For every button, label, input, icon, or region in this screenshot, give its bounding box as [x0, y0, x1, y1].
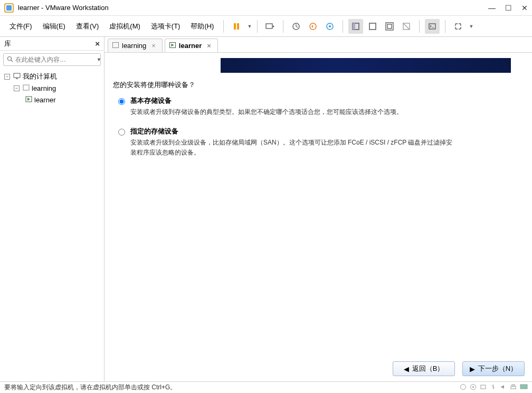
maximize-button[interactable]: ☐	[505, 4, 512, 12]
vm-off-icon	[23, 84, 30, 92]
sidebar-close-button[interactable]: ×	[95, 39, 100, 48]
svg-rect-3	[237, 23, 239, 30]
minimize-button[interactable]: —	[488, 4, 496, 12]
menu-file[interactable]: 文件(F)	[5, 20, 36, 33]
titlebar: learner - VMware Workstation — ☐ ✕	[0, 0, 532, 16]
search-box[interactable]: ▼	[3, 53, 101, 66]
arrow-left-icon: ◀	[404, 365, 409, 373]
vm-area: learning × learner × 您的安装将使用哪种设备？ 基本存储设备	[104, 37, 532, 381]
svg-point-8	[329, 25, 331, 27]
snapshot-manager-button[interactable]	[322, 19, 337, 34]
button-label: 下一步（N）	[478, 364, 517, 373]
radio-description: 安装或者升级到企业级设备，比如存储局域网（SAN）。这个选项可让您添加 FCoE…	[130, 138, 458, 158]
svg-rect-4	[266, 24, 272, 28]
separator	[419, 20, 420, 33]
svg-rect-1	[6, 5, 12, 11]
menu-edit[interactable]: 编辑(E)	[39, 20, 70, 33]
search-icon	[7, 56, 13, 64]
search-input[interactable]	[15, 56, 94, 63]
installer-question: 您的安装将使用哪种设备？	[113, 80, 511, 90]
tree-item-learner[interactable]: learner	[2, 94, 102, 106]
snapshot-take-button[interactable]	[289, 19, 303, 34]
svg-rect-13	[387, 24, 392, 28]
separator	[283, 20, 283, 33]
display-icon[interactable]	[520, 384, 528, 392]
radio-specialized-storage[interactable]: 指定的存储设备 安装或者升级到企业级设备，比如存储局域网（SAN）。这个选项可让…	[118, 127, 511, 158]
svg-point-25	[461, 384, 466, 389]
svg-rect-16	[429, 24, 435, 29]
network-icon[interactable]	[480, 384, 487, 392]
cd-icon[interactable]	[470, 384, 477, 392]
tree-label: learner	[34, 96, 55, 104]
radio-basic-storage[interactable]: 基本存储设备 安装或者升级到存储设备的典型类型。如果您不确定哪个选项适合您，您可…	[118, 96, 511, 117]
tree-root-my-computer[interactable]: − 我的计算机	[2, 71, 102, 82]
tree-collapse-icon[interactable]: −	[14, 85, 20, 91]
separator	[257, 20, 258, 33]
tree-label: learning	[32, 84, 56, 92]
tab-label: learning	[122, 42, 146, 50]
view-fullscreen-button[interactable]	[382, 19, 397, 34]
disk-icon[interactable]	[460, 384, 467, 392]
send-keys-button[interactable]	[263, 19, 278, 34]
radio-label: 指定的存储设备	[130, 127, 458, 136]
vmware-app-icon	[4, 3, 14, 13]
separator	[223, 20, 224, 33]
status-hint: 要将输入定向到该虚拟机，请在虚拟机内部单击或按 Ctrl+G。	[4, 383, 176, 392]
vm-running-icon	[169, 42, 176, 50]
window-title: learner - VMware Workstation	[18, 4, 488, 12]
radio-input-basic[interactable]	[118, 98, 125, 105]
radio-description: 安装或者升级到存储设备的典型类型。如果您不确定哪个选项适合您，您可能应该选择这个…	[130, 107, 403, 117]
svg-line-18	[11, 60, 13, 62]
sound-icon[interactable]	[500, 384, 507, 392]
installer-banner	[221, 58, 511, 73]
tab-learner[interactable]: learner ×	[165, 39, 218, 52]
separator	[343, 20, 343, 33]
printer-icon[interactable]	[510, 384, 517, 392]
vm-content[interactable]: 您的安装将使用哪种设备？ 基本存储设备 安装或者升级到存储设备的典型类型。如果您…	[104, 53, 532, 381]
button-label: 返回（B）	[412, 364, 444, 373]
pause-dropdown[interactable]: ▼	[247, 24, 252, 29]
pause-button[interactable]	[229, 19, 244, 34]
snapshot-revert-button[interactable]	[306, 19, 320, 34]
tab-close-button[interactable]: ×	[207, 42, 211, 50]
status-device-icons	[460, 384, 528, 392]
console-view-button[interactable]	[425, 19, 440, 34]
tab-learning[interactable]: learning ×	[108, 39, 163, 52]
back-button[interactable]: ◀ 返回（B）	[393, 361, 455, 376]
radio-label: 基本存储设备	[130, 96, 403, 106]
svg-rect-2	[234, 23, 236, 30]
vm-tabs: learning × learner ×	[104, 37, 532, 53]
separator	[445, 20, 445, 33]
library-tree: − 我的计算机 − learning learner	[0, 69, 104, 108]
svg-rect-23	[113, 43, 119, 48]
tree-label: 我的计算机	[23, 72, 57, 81]
next-button[interactable]: ▶ 下一步（N）	[462, 361, 525, 376]
tree-collapse-icon[interactable]: −	[4, 74, 10, 80]
stretch-button[interactable]	[451, 19, 466, 34]
nav-buttons: ◀ 返回（B） ▶ 下一步（N）	[393, 361, 525, 376]
installer-area: 您的安装将使用哪种设备？ 基本存储设备 安装或者升级到存储设备的典型类型。如果您…	[110, 80, 511, 158]
menu-help[interactable]: 帮助(H)	[186, 20, 218, 33]
sidebar-header: 库 ×	[0, 37, 104, 51]
svg-rect-21	[23, 85, 29, 90]
stretch-dropdown[interactable]: ▼	[469, 24, 473, 29]
svg-rect-29	[511, 386, 516, 389]
view-unity-button[interactable]	[399, 19, 414, 34]
menu-vm[interactable]: 虚拟机(M)	[105, 20, 145, 33]
sidebar-title: 库	[4, 39, 95, 49]
svg-point-27	[472, 386, 474, 388]
radio-input-specialized[interactable]	[118, 129, 125, 136]
menu-view[interactable]: 查看(V)	[72, 20, 103, 33]
view-single-button[interactable]	[348, 19, 363, 34]
svg-point-17	[8, 56, 12, 60]
vm-off-icon	[112, 42, 119, 50]
close-button[interactable]: ✕	[521, 4, 528, 12]
storage-radio-group: 基本存储设备 安装或者升级到存储设备的典型类型。如果您不确定哪个选项适合您，您可…	[118, 96, 511, 158]
menu-tabs[interactable]: 选项卡(T)	[147, 20, 185, 33]
tree-item-learning[interactable]: − learning	[2, 82, 102, 94]
tab-close-button[interactable]: ×	[151, 42, 156, 50]
usb-icon[interactable]	[490, 384, 497, 392]
view-console-button[interactable]	[365, 19, 380, 34]
search-dropdown[interactable]: ▼	[97, 57, 101, 62]
window-controls: — ☐ ✕	[488, 4, 528, 12]
